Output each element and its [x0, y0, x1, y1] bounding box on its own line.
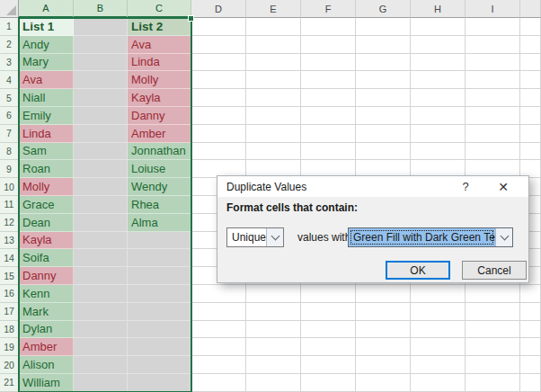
cell-C3[interactable]: Linda: [128, 54, 191, 72]
cell-I1[interactable]: [466, 18, 520, 36]
cell-A16[interactable]: Kenn: [19, 285, 74, 303]
rule-type-dropdown[interactable]: Unique: [226, 227, 284, 247]
row-header-18[interactable]: 18: [0, 321, 19, 339]
cell-G1[interactable]: [356, 18, 411, 36]
cell-B1[interactable]: [74, 18, 128, 36]
cell-I6[interactable]: [466, 107, 520, 125]
cell-G17[interactable]: [356, 303, 411, 321]
select-all-button[interactable]: [0, 0, 19, 18]
cell-B5[interactable]: [74, 89, 128, 107]
cell-I16[interactable]: [466, 285, 520, 303]
cell-J19[interactable]: [520, 338, 541, 356]
cell-D3[interactable]: [191, 54, 246, 72]
cell-A11[interactable]: Grace: [19, 196, 74, 214]
chevron-down-icon[interactable]: [495, 228, 512, 246]
row-header-17[interactable]: 17: [0, 303, 19, 321]
help-icon[interactable]: ?: [455, 176, 476, 197]
cell-F1[interactable]: [301, 18, 356, 36]
row-header-6[interactable]: 6: [0, 107, 19, 125]
row-header-20[interactable]: 20: [0, 356, 19, 374]
cell-B12[interactable]: [74, 214, 128, 232]
cell-C20[interactable]: [128, 356, 191, 374]
col-header-I[interactable]: I: [466, 0, 520, 18]
cell-G8[interactable]: [356, 143, 411, 161]
cell-F2[interactable]: [301, 36, 356, 54]
close-icon[interactable]: ✕: [492, 176, 514, 197]
cell-I3[interactable]: [466, 54, 520, 72]
row-header-1[interactable]: 1: [0, 18, 19, 36]
cell-F7[interactable]: [301, 125, 356, 143]
cell-J8[interactable]: [520, 143, 541, 161]
format-style-dropdown[interactable]: Green Fill with Dark Green Text: [348, 227, 513, 247]
cell-J3[interactable]: [520, 54, 541, 72]
cell-C9[interactable]: Loiuse: [128, 160, 191, 178]
cell-B9[interactable]: [74, 160, 128, 178]
cell-G7[interactable]: [356, 125, 411, 143]
cell-H3[interactable]: [411, 54, 466, 72]
cell-D16[interactable]: [191, 285, 246, 303]
cell-H4[interactable]: [411, 71, 466, 89]
cell-H7[interactable]: [411, 125, 466, 143]
col-header-partial[interactable]: [520, 0, 541, 18]
cell-E8[interactable]: [246, 143, 301, 161]
cell-F20[interactable]: [301, 356, 356, 374]
selection-fill-handle[interactable]: [188, 15, 194, 22]
row-header-11[interactable]: 11: [0, 196, 19, 214]
cell-D6[interactable]: [191, 107, 246, 125]
cell-H2[interactable]: [411, 36, 466, 54]
cell-J1[interactable]: [520, 18, 541, 36]
row-header-5[interactable]: 5: [0, 89, 19, 107]
cell-B19[interactable]: [74, 338, 128, 356]
cell-C7[interactable]: Amber: [128, 125, 191, 143]
cell-E18[interactable]: [246, 321, 301, 339]
cell-H18[interactable]: [411, 321, 466, 339]
cell-C8[interactable]: Jonnathan: [128, 143, 191, 161]
cell-C16[interactable]: [128, 285, 191, 303]
cell-B13[interactable]: [74, 232, 128, 250]
cell-J7[interactable]: [520, 125, 541, 143]
cell-G4[interactable]: [356, 71, 411, 89]
cell-B3[interactable]: [74, 54, 128, 72]
cell-C21[interactable]: [128, 374, 191, 392]
ok-button[interactable]: OK: [386, 261, 450, 280]
cell-A2[interactable]: Andy: [19, 36, 74, 54]
col-header-C[interactable]: C: [128, 0, 191, 18]
cell-A17[interactable]: Mark: [19, 303, 74, 321]
cell-E20[interactable]: [246, 356, 301, 374]
cell-F17[interactable]: [301, 303, 356, 321]
row-header-16[interactable]: 16: [0, 285, 19, 303]
cell-A4[interactable]: Ava: [19, 71, 74, 89]
cell-E5[interactable]: [246, 89, 301, 107]
cell-F5[interactable]: [301, 89, 356, 107]
cell-J16[interactable]: [520, 285, 541, 303]
cell-H8[interactable]: [411, 143, 466, 161]
cell-B2[interactable]: [74, 36, 128, 54]
cell-G18[interactable]: [356, 321, 411, 339]
cell-C6[interactable]: Danny: [128, 107, 191, 125]
cell-E3[interactable]: [246, 54, 301, 72]
cell-A1[interactable]: List 1: [19, 18, 74, 36]
cell-E19[interactable]: [246, 338, 301, 356]
col-header-A[interactable]: A: [19, 0, 74, 18]
cell-A13[interactable]: Kayla: [19, 232, 74, 250]
cell-F4[interactable]: [301, 71, 356, 89]
cell-A15[interactable]: Danny: [19, 267, 74, 285]
cell-B21[interactable]: [74, 374, 128, 392]
cell-H16[interactable]: [411, 285, 466, 303]
cell-H19[interactable]: [411, 338, 466, 356]
cell-H5[interactable]: [411, 89, 466, 107]
row-header-15[interactable]: 15: [0, 267, 19, 285]
col-header-E[interactable]: E: [246, 0, 301, 18]
cell-B14[interactable]: [74, 249, 128, 267]
cell-B7[interactable]: [74, 125, 128, 143]
cell-B11[interactable]: [74, 196, 128, 214]
cell-B16[interactable]: [74, 285, 128, 303]
cell-A5[interactable]: Niall: [19, 89, 74, 107]
cell-B18[interactable]: [74, 321, 128, 339]
cell-I20[interactable]: [466, 356, 520, 374]
cell-D7[interactable]: [191, 125, 246, 143]
cell-E6[interactable]: [246, 107, 301, 125]
cell-D21[interactable]: [191, 374, 246, 392]
cell-A14[interactable]: Soifa: [19, 249, 74, 267]
col-header-D[interactable]: D: [191, 0, 246, 18]
